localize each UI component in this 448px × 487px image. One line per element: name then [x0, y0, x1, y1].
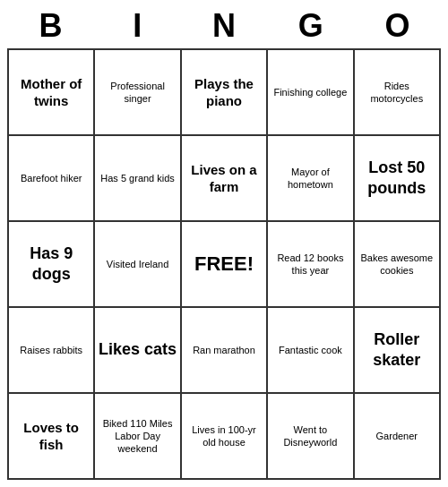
cell-text: Barefoot hiker: [21, 172, 82, 184]
bingo-letter: O: [354, 7, 441, 45]
bingo-cell: Fantastic cook: [268, 308, 354, 394]
cell-text: Lost 50 pounds: [358, 158, 436, 200]
cell-text: Bakes awesome cookies: [358, 252, 436, 278]
cell-text: Ran marathon: [193, 344, 255, 356]
cell-text: Roller skater: [358, 329, 436, 372]
cell-text: Read 12 books this year: [271, 252, 349, 278]
bingo-cell: Ran marathon: [182, 308, 268, 394]
bingo-cell: Mother of twins: [9, 50, 95, 136]
cell-text: FREE!: [194, 252, 254, 278]
bingo-cell: FREE!: [182, 222, 268, 308]
bingo-cell: Lost 50 pounds: [355, 136, 441, 222]
cell-text: Visited Ireland: [107, 258, 169, 270]
cell-text: Professional singer: [98, 80, 177, 106]
bingo-title: BINGO: [7, 7, 441, 45]
cell-text: Fantastic cook: [279, 344, 342, 356]
cell-text: Plays the piano: [185, 75, 263, 110]
cell-text: Gardener: [376, 430, 418, 442]
cell-text: Mother of twins: [12, 75, 90, 110]
bingo-letter: B: [7, 7, 94, 45]
cell-text: Loves to fish: [12, 419, 90, 454]
bingo-cell: Read 12 books this year: [268, 222, 354, 308]
cell-text: Raises rabbits: [20, 344, 82, 356]
bingo-letter: G: [267, 7, 354, 45]
bingo-cell: Bakes awesome cookies: [355, 222, 441, 308]
cell-text: Has 9 dogs: [12, 244, 90, 286]
bingo-cell: Biked 110 Miles Labor Day weekend: [95, 394, 181, 480]
cell-text: Rides motorcycles: [358, 80, 436, 106]
bingo-cell: Rides motorcycles: [355, 50, 441, 136]
bingo-letter: N: [181, 7, 268, 45]
bingo-cell: Lives in 100-yr old house: [182, 394, 268, 480]
bingo-cell: Raises rabbits: [9, 308, 95, 394]
bingo-cell: Barefoot hiker: [9, 136, 95, 222]
cell-text: Mayor of hometown: [271, 166, 349, 192]
bingo-grid: Mother of twinsProfessional singerPlays …: [7, 48, 441, 480]
cell-text: Went to Disneyworld: [271, 423, 349, 449]
bingo-cell: Lives on a farm: [182, 136, 268, 222]
cell-text: Finishing college: [273, 86, 347, 98]
bingo-cell: Went to Disneyworld: [268, 394, 354, 480]
cell-text: Lives in 100-yr old house: [185, 423, 263, 449]
bingo-letter: I: [94, 7, 181, 45]
bingo-cell: Visited Ireland: [95, 222, 181, 308]
bingo-cell: Likes cats: [95, 308, 181, 394]
bingo-cell: Loves to fish: [9, 394, 95, 480]
cell-text: Likes cats: [99, 339, 177, 360]
bingo-cell: Gardener: [355, 394, 441, 480]
bingo-cell: Has 9 dogs: [9, 222, 95, 308]
cell-text: Lives on a farm: [185, 161, 263, 196]
bingo-cell: Plays the piano: [182, 50, 268, 136]
bingo-cell: Professional singer: [95, 50, 181, 136]
cell-text: Biked 110 Miles Labor Day weekend: [98, 417, 177, 456]
bingo-cell: Roller skater: [355, 308, 441, 394]
bingo-cell: Mayor of hometown: [268, 136, 354, 222]
cell-text: Has 5 grand kids: [100, 172, 175, 184]
bingo-cell: Has 5 grand kids: [95, 136, 181, 222]
bingo-cell: Finishing college: [268, 50, 354, 136]
